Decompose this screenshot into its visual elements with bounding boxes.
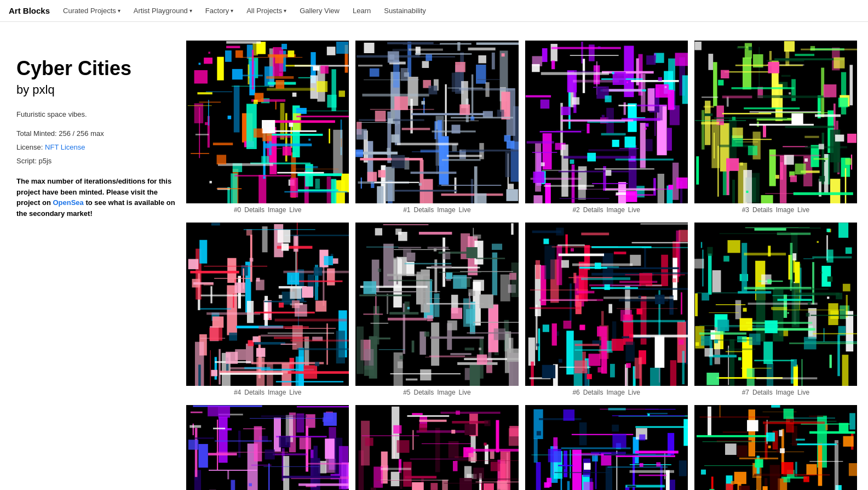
svg-rect-713 (488, 305, 498, 352)
svg-rect-516 (784, 41, 795, 52)
artwork-thumbnail[interactable] (694, 223, 857, 385)
item-link-live[interactable]: Live (289, 389, 301, 396)
svg-rect-615 (258, 326, 309, 329)
item-link-image[interactable]: Image (776, 389, 794, 396)
item-link-image[interactable]: Image (268, 206, 286, 214)
svg-rect-1150 (194, 477, 198, 480)
svg-rect-1035 (727, 240, 740, 253)
item-link-live[interactable]: Live (459, 389, 471, 396)
svg-rect-1144 (216, 452, 288, 453)
svg-rect-377 (658, 77, 662, 81)
svg-rect-1425 (584, 463, 590, 469)
artwork-thumbnail[interactable] (355, 41, 518, 203)
item-link-live[interactable]: Live (628, 389, 640, 396)
nav-factory[interactable]: Factory▾ (201, 4, 238, 17)
svg-rect-71 (197, 92, 212, 94)
svg-rect-702 (511, 223, 514, 235)
item-link-image[interactable]: Image (606, 389, 624, 396)
svg-rect-149 (445, 84, 447, 136)
svg-rect-1294 (394, 425, 402, 433)
artwork-thumbnail[interactable] (525, 405, 688, 491)
item-link-image[interactable]: Image (437, 389, 455, 396)
svg-rect-281 (666, 128, 671, 151)
svg-rect-774 (494, 328, 505, 340)
svg-rect-839 (544, 246, 555, 280)
item-number: #5 (403, 389, 410, 396)
item-link-details[interactable]: Details (414, 206, 434, 214)
svg-rect-115 (308, 139, 311, 141)
license-link[interactable]: NFT License (45, 143, 85, 151)
artwork-thumbnail[interactable] (694, 41, 857, 203)
item-link-details[interactable]: Details (583, 206, 603, 214)
svg-rect-124 (279, 73, 283, 76)
item-link-image[interactable]: Image (437, 206, 455, 214)
nav-artist-playground[interactable]: Artist Playground▾ (129, 4, 197, 17)
svg-rect-1288 (497, 481, 507, 490)
nav-brand[interactable]: Art Blocks (9, 6, 50, 15)
svg-rect-1561 (725, 443, 737, 455)
item-link-details[interactable]: Details (244, 206, 265, 214)
svg-rect-837 (610, 364, 614, 378)
artwork-thumbnail[interactable] (186, 41, 349, 203)
item-number: #1 (403, 206, 410, 214)
item-link-details[interactable]: Details (752, 206, 773, 214)
gallery-item: #9DetailsImageLive (355, 405, 518, 491)
opensea-link[interactable]: OpenSea (53, 198, 83, 207)
item-link-details[interactable]: Details (244, 389, 265, 396)
svg-rect-968 (793, 367, 797, 386)
svg-rect-126 (254, 128, 263, 138)
svg-rect-487 (793, 192, 853, 195)
svg-rect-575 (199, 240, 207, 264)
svg-rect-1133 (307, 463, 349, 464)
artwork-thumbnail[interactable] (186, 223, 349, 385)
svg-rect-210 (478, 79, 501, 80)
artwork-thumbnail[interactable] (355, 223, 518, 385)
svg-rect-1088 (283, 455, 289, 490)
svg-rect-256 (479, 55, 486, 63)
svg-rect-445 (835, 135, 844, 142)
svg-rect-619 (261, 335, 302, 337)
svg-rect-725 (473, 322, 518, 323)
item-link-details[interactable]: Details (414, 389, 434, 396)
item-link-image[interactable]: Image (776, 206, 794, 214)
artwork-thumbnail[interactable] (186, 405, 349, 491)
svg-rect-762 (480, 294, 493, 308)
svg-rect-1254 (376, 480, 438, 480)
svg-rect-335 (592, 183, 628, 184)
artwork-thumbnail[interactable] (525, 41, 688, 203)
item-link-details[interactable]: Details (583, 389, 603, 396)
svg-rect-174 (423, 98, 424, 115)
nav-learn[interactable]: Learn (348, 4, 375, 17)
nav-gallery-view[interactable]: Gallery View (295, 4, 344, 17)
item-link-details[interactable]: Details (752, 389, 773, 396)
svg-rect-119 (194, 70, 208, 83)
svg-rect-567 (326, 323, 328, 364)
artwork-thumbnail[interactable] (355, 405, 518, 491)
svg-rect-1347 (683, 419, 688, 446)
svg-rect-944 (826, 250, 833, 263)
svg-rect-851 (529, 307, 580, 309)
nav-all-projects[interactable]: All Projects▾ (242, 4, 291, 17)
item-link-image[interactable]: Image (268, 389, 286, 396)
item-link-live[interactable]: Live (628, 206, 640, 214)
item-link-image[interactable]: Image (606, 206, 624, 214)
svg-rect-460 (781, 75, 791, 77)
svg-rect-166 (505, 152, 510, 178)
svg-rect-798 (670, 360, 676, 385)
nav-curated-projects[interactable]: Curated Projects▾ (59, 4, 125, 17)
item-link-live[interactable]: Live (289, 206, 301, 214)
svg-rect-225 (363, 94, 429, 96)
svg-rect-370 (612, 72, 625, 85)
svg-rect-648 (229, 333, 237, 341)
svg-rect-481 (749, 111, 821, 112)
item-link-live[interactable]: Live (797, 206, 809, 214)
artwork-thumbnail[interactable] (525, 223, 688, 385)
svg-rect-344 (543, 185, 594, 187)
artwork-thumbnail[interactable] (694, 405, 857, 491)
item-link-live[interactable]: Live (459, 206, 471, 214)
nav-sustainability[interactable]: Sustainability (380, 4, 430, 17)
svg-rect-706 (473, 235, 481, 239)
svg-rect-651 (279, 303, 284, 307)
item-link-live[interactable]: Live (797, 389, 809, 396)
svg-rect-452 (714, 133, 715, 158)
